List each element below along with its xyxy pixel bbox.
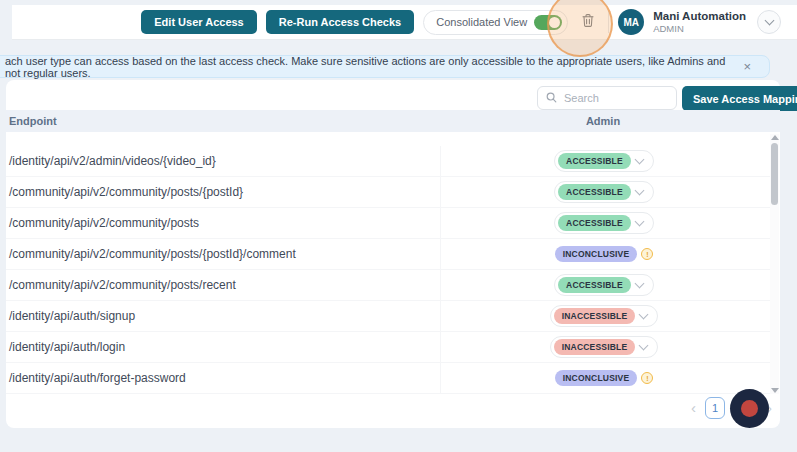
consolidated-view-label: Consolidated View — [436, 16, 527, 28]
user-info: Mani Automation ADMIN — [653, 9, 746, 35]
status-dropdown[interactable]: ACCESSIBLE — [554, 150, 654, 172]
banner-text: ach user type can access based on the la… — [5, 55, 737, 79]
chevron-down-icon — [634, 186, 644, 196]
status-dropdown[interactable]: INACCESSIBLE — [550, 305, 659, 327]
top-bar: Edit User Access Re-Run Access Checks Co… — [12, 5, 797, 40]
pagination-prev-button[interactable]: ‹ — [691, 400, 696, 415]
endpoint-cell: /community/api/v2/community/posts/{postI… — [6, 247, 296, 261]
user-menu-button[interactable] — [757, 10, 781, 34]
status-readonly: INCONCLUSIVE ! — [555, 246, 654, 262]
status-cell: ACCESSIBLE — [440, 270, 767, 300]
status-cell: ACCESSIBLE — [440, 208, 767, 238]
endpoint-cell: /identity/api/auth/signup — [6, 309, 135, 323]
warning-icon: ! — [641, 372, 653, 384]
table-row: /identity/api/auth/signup INACCESSIBLE — [6, 301, 770, 332]
user-name: Mani Automation — [653, 9, 746, 23]
chevron-down-icon — [634, 279, 644, 289]
table-row: /community/api/v2/community/posts/{postI… — [6, 177, 770, 208]
user-role: ADMIN — [653, 23, 746, 35]
status-badge: ACCESSIBLE — [558, 153, 631, 169]
delete-button[interactable] — [577, 11, 599, 33]
chevron-down-icon — [639, 310, 649, 320]
record-dot-icon — [741, 400, 758, 417]
status-dropdown[interactable]: INACCESSIBLE — [550, 336, 659, 358]
table-row: /community/api/v2/community/posts/recent… — [6, 270, 770, 301]
vertical-scrollbar[interactable] — [770, 134, 779, 394]
search-input[interactable] — [562, 91, 668, 105]
table-header: Endpoint Admin — [6, 110, 780, 132]
status-dropdown[interactable]: ACCESSIBLE — [554, 212, 654, 234]
endpoint-cell: /identity/api/auth/login — [6, 340, 125, 354]
pagination-page-1[interactable]: 1 — [705, 397, 725, 419]
scroll-down-icon[interactable] — [771, 388, 779, 393]
status-badge: ACCESSIBLE — [558, 215, 631, 231]
scroll-up-icon[interactable] — [771, 135, 779, 140]
status-badge: ACCESSIBLE — [558, 277, 631, 293]
table-row: /identity/api/v2/admin/videos/{video_id}… — [6, 146, 770, 177]
toggle-switch-on[interactable] — [534, 15, 562, 30]
endpoint-cell: /community/api/v2/community/posts/recent — [6, 278, 236, 292]
status-dropdown[interactable]: ACCESSIBLE — [554, 274, 654, 296]
status-cell: INACCESSIBLE — [440, 332, 767, 362]
status-readonly: INCONCLUSIVE ! — [555, 370, 654, 386]
chevron-down-icon — [639, 341, 649, 351]
save-access-mapping-button[interactable]: Save Access Mapping — [682, 86, 797, 111]
status-cell: INCONCLUSIVE ! — [440, 239, 767, 269]
table-body: /identity/api/v2/admin/videos/{video_id}… — [6, 132, 770, 394]
search-box[interactable] — [537, 86, 677, 110]
table-row: /community/api/v2/community/posts ACCESS… — [6, 208, 770, 239]
table-row: /identity/api/auth/login INACCESSIBLE — [6, 332, 770, 363]
divider — [608, 11, 609, 33]
access-mapping-card: Save Access Mapping Endpoint Admin /iden… — [6, 80, 780, 428]
edit-user-access-button[interactable]: Edit User Access — [141, 10, 256, 34]
consolidated-view-toggle[interactable]: Consolidated View — [423, 10, 568, 35]
table-row: /identity/api/auth/forget-password INCON… — [6, 363, 770, 394]
status-badge: INACCESSIBLE — [554, 308, 636, 324]
status-cell: ACCESSIBLE — [440, 177, 767, 207]
status-badge: INCONCLUSIVE — [555, 370, 638, 386]
column-header-endpoint: Endpoint — [6, 115, 57, 127]
chevron-down-icon — [634, 155, 644, 165]
chevron-down-icon — [634, 217, 644, 227]
endpoint-cell: /community/api/v2/community/posts — [6, 216, 199, 230]
rerun-access-checks-button[interactable]: Re-Run Access Checks — [266, 10, 414, 34]
table-row: /community/api/v2/community/posts/{postI… — [6, 239, 770, 270]
endpoint-cell: /community/api/v2/community/posts/{postI… — [6, 185, 243, 199]
column-header-admin: Admin — [440, 115, 766, 127]
chevron-down-icon — [764, 16, 774, 26]
status-cell: INACCESSIBLE — [440, 301, 767, 331]
status-cell: INCONCLUSIVE ! — [440, 363, 767, 393]
status-badge: INCONCLUSIVE — [555, 246, 638, 262]
info-banner: ach user type can access based on the la… — [0, 55, 770, 78]
search-icon — [546, 89, 557, 107]
status-dropdown[interactable]: ACCESSIBLE — [554, 181, 654, 203]
endpoint-cell: /identity/api/v2/admin/videos/{video_id} — [6, 154, 216, 168]
scrollbar-thumb[interactable] — [771, 143, 778, 205]
endpoint-cell: /identity/api/auth/forget-password — [6, 371, 186, 385]
status-badge: INACCESSIBLE — [554, 339, 636, 355]
trash-icon — [581, 13, 595, 31]
warning-icon: ! — [641, 248, 653, 260]
status-cell: ACCESSIBLE — [440, 146, 767, 176]
close-icon[interactable]: × — [737, 59, 757, 74]
avatar[interactable]: MA — [618, 9, 644, 35]
status-badge: ACCESSIBLE — [558, 184, 631, 200]
screen-recording-indicator[interactable] — [730, 389, 769, 428]
toggle-knob — [549, 17, 560, 28]
